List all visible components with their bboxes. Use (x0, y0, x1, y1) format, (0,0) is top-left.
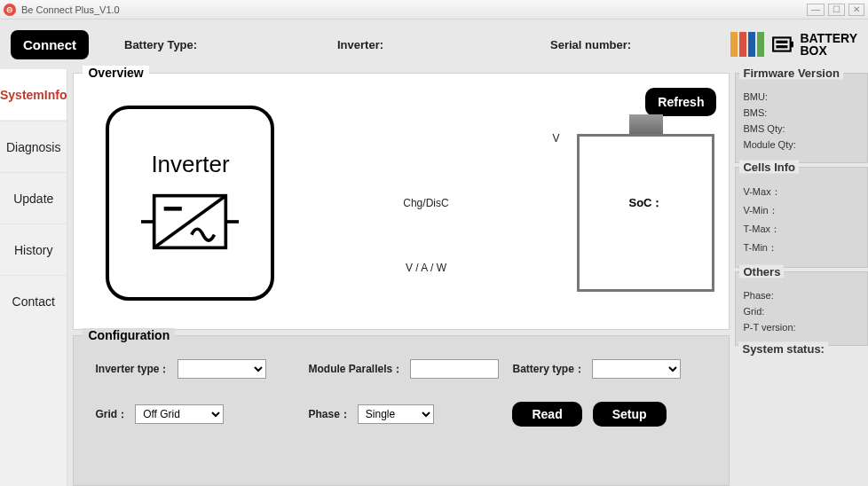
svg-line-5 (154, 195, 226, 247)
inverter-label: Inverter: (337, 38, 383, 51)
inverter-graphic: Inverter (106, 106, 274, 301)
sidebar-item-systeminfo[interactable]: SystemInfo (0, 69, 67, 121)
overview-readings: V Chg/DisC V / A / W (274, 106, 577, 301)
svg-rect-3 (777, 45, 788, 48)
serial-number-label: Serial number: (550, 38, 631, 51)
inverter-type-select[interactable] (178, 359, 266, 379)
window-titlebar: ⊝ Be Connect Plus_V1.0 — ☐ ✕ (0, 0, 868, 20)
grid-label: Grid： (95, 407, 128, 422)
minimize-icon[interactable]: — (807, 4, 825, 16)
vmin-label: V-Min： (743, 204, 860, 217)
close-icon[interactable]: ✕ (848, 4, 864, 16)
sidebar-item-history[interactable]: History (0, 223, 67, 275)
module-parallels-input[interactable] (410, 359, 499, 379)
brand-logo: BATTERY BOX (730, 32, 857, 57)
sidebar-item-update[interactable]: Update (0, 172, 67, 223)
others-grid-label: Grid: (743, 306, 860, 317)
bms-qty-label: BMS Qty: (743, 123, 860, 134)
others-title: Others (739, 265, 784, 278)
overview-title: Overview (83, 66, 148, 80)
sidebar-item-contact[interactable]: Contact (0, 275, 67, 326)
configuration-panel: Configuration Inverter type： Module Para… (73, 335, 730, 486)
others-panel: Others Phase: Grid: P-T version: (735, 271, 868, 346)
firmware-title: Firmware Version (739, 67, 842, 80)
voltage-reading: V (552, 132, 559, 145)
charge-discharge-reading: Chg/DisC (403, 197, 448, 209)
tmax-label: T-Max： (743, 223, 860, 236)
vmax-label: V-Max： (743, 185, 860, 199)
battery-type-label: Battery Type: (124, 38, 197, 51)
battery-icon (771, 33, 794, 56)
cells-title: Cells Info (739, 161, 799, 174)
pt-version-label: P-T version: (743, 322, 860, 333)
window-controls: — ☐ ✕ (807, 4, 864, 16)
logo-color-bars (730, 32, 764, 57)
read-button[interactable]: Read (512, 402, 581, 427)
battery-type-select[interactable] (592, 359, 681, 379)
phase-select[interactable]: Single (358, 404, 434, 424)
others-phase-label: Phase: (743, 290, 860, 301)
system-status-title: System status: (738, 342, 827, 356)
configuration-title: Configuration (83, 328, 175, 342)
phase-label: Phase： (308, 407, 350, 422)
overview-panel: Overview Refresh Inverter (73, 73, 730, 330)
sidebar-item-diagnosis[interactable]: Diagnosis (0, 121, 67, 172)
system-status-panel: System status: (735, 349, 868, 369)
battery-type-cfg-label: Battery type： (512, 362, 584, 377)
refresh-button[interactable]: Refresh (645, 88, 716, 116)
svg-rect-2 (777, 41, 788, 43)
bms-label: BMS: (743, 107, 860, 118)
inverter-type-label: Inverter type： (95, 362, 170, 377)
svg-rect-1 (791, 42, 793, 48)
firmware-version-panel: Firmware Version BMU: BMS: BMS Qty: Modu… (735, 73, 868, 163)
soc-label: SoC： (577, 195, 714, 211)
top-toolbar: Connect Battery Type: Inverter: Serial n… (0, 20, 868, 69)
maximize-icon[interactable]: ☐ (828, 4, 845, 16)
app-icon: ⊝ (4, 4, 16, 16)
grid-select[interactable]: Off Grid (135, 404, 224, 424)
bmu-label: BMU: (743, 91, 860, 102)
inverter-symbol-icon (141, 187, 239, 256)
logo-text: BATTERY BOX (800, 32, 857, 57)
cells-info-panel: Cells Info V-Max： V-Min： T-Max： T-Min： (735, 167, 868, 268)
connect-button[interactable]: Connect (11, 30, 89, 59)
battery-graphic: SoC： (577, 114, 714, 292)
inverter-text: Inverter (151, 151, 229, 178)
tmin-label: T-Min： (743, 241, 860, 255)
sidebar: SystemInfo Diagnosis Update History Cont… (0, 69, 67, 486)
window-title: Be Connect Plus_V1.0 (21, 4, 120, 15)
svg-rect-0 (774, 37, 792, 51)
setup-button[interactable]: Setup (593, 402, 667, 427)
vaw-reading: V / A / W (406, 262, 446, 274)
module-parallels-label: Module Parallels： (308, 362, 403, 377)
module-qty-label: Module Qty: (743, 139, 860, 150)
